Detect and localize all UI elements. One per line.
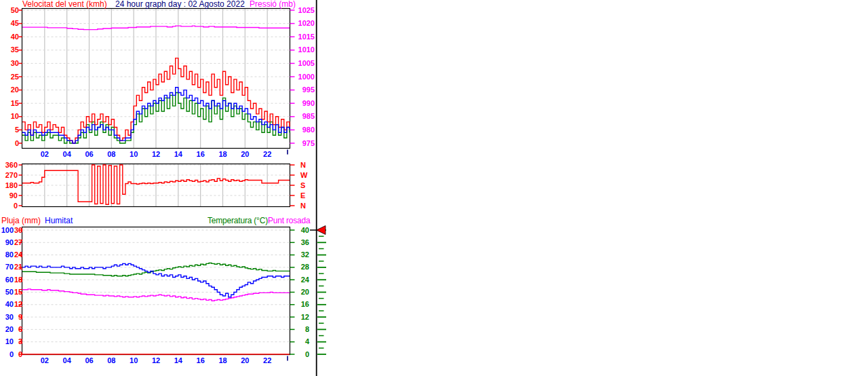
time-end-marker bbox=[287, 356, 288, 361]
chart-plot-svg bbox=[0, 0, 868, 376]
weather-24h-graph: 5045403530252015105010251020101510101005… bbox=[0, 0, 868, 376]
graph-title: 24 hour graph day : 02 Agosto 2022 bbox=[115, 0, 245, 9]
current-temp-arrow-icon bbox=[317, 226, 326, 235]
right-scale-line bbox=[316, 0, 317, 376]
series-dew-point bbox=[22, 289, 290, 301]
pressure-axis-title: Pressió (mb) bbox=[250, 0, 296, 9]
dew-point-axis-title: Punt rosada bbox=[268, 216, 311, 225]
rain-axis-title: Pluja (mm) bbox=[1, 217, 41, 225]
time-end-marker bbox=[287, 150, 288, 155]
wind-speed-axis-title: Velocitat del vent (kmh) bbox=[22, 0, 107, 9]
temperature-axis-title: Temperatura (°C) bbox=[208, 216, 268, 225]
temp-dew-axis-titles: Temperatura (°C)Punt rosada bbox=[208, 217, 310, 225]
humidity-axis-title: Humitat bbox=[45, 217, 73, 225]
